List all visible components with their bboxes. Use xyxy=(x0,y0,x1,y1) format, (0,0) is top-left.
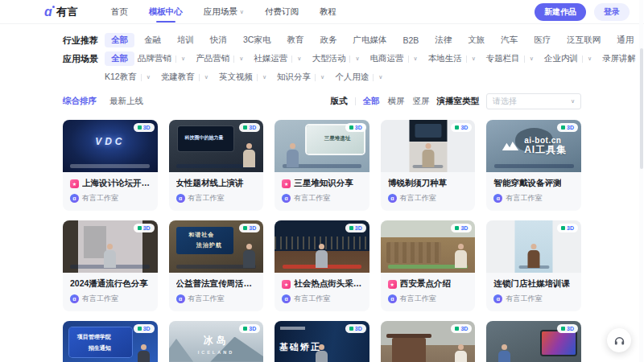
template-card[interactable]: 3D ai-bot.cn AI工具集 智能穿戴设备评测 ɑ 有言工作室 xyxy=(486,120,581,211)
create-work-button[interactable]: 新建作品 xyxy=(535,3,586,21)
filter-option[interactable]: 医疗 xyxy=(527,33,557,47)
card-meta: 公益普法宣传周活动预告 ɑ 有言工作室 xyxy=(169,273,264,311)
filter-dropdown-option[interactable]: 企业内训 ∨ xyxy=(544,53,592,64)
cube-3d-icon xyxy=(349,327,353,331)
filter-dropdown-option[interactable]: 专题栏目 ∨ xyxy=(486,53,534,64)
chevron-down-icon: ∨ xyxy=(472,56,476,62)
divider xyxy=(373,74,374,81)
youyan-logo[interactable]: ɑ 有言 xyxy=(44,5,79,19)
filter-option[interactable]: 全部 xyxy=(105,33,134,47)
template-thumbnail: 3D ai-bot.cn AI工具集 xyxy=(486,120,581,172)
filter-dropdown-option[interactable]: 电商运营 ∨ xyxy=(370,53,418,64)
badge-3d: 3D xyxy=(345,324,366,333)
template-card[interactable]: 3D ★ 西安景点介绍 ɑ 有言工作室 xyxy=(381,220,476,311)
filter-dropdown-option[interactable]: 录屏讲解 ∨ xyxy=(602,53,644,64)
badge-3d-label: 3D xyxy=(249,125,256,130)
filter-option[interactable]: 泛互联网 xyxy=(560,33,607,47)
badge-3d-label: 3D xyxy=(355,125,362,130)
ai-bot-cloud-icon xyxy=(501,140,520,152)
nav-item-label: 应用场景 xyxy=(204,6,237,18)
template-card[interactable]: 3D 2024潘通流行色分享 ɑ 有言工作室 xyxy=(63,220,158,311)
badge-3d: 3D xyxy=(239,224,260,232)
filter-option[interactable]: 3C家电 xyxy=(237,33,277,47)
filter-option[interactable]: 政务 xyxy=(313,33,343,47)
filter-option[interactable]: 文旅 xyxy=(461,33,491,47)
scrollbar-track[interactable] xyxy=(639,0,643,362)
template-thumbnail: VDC 3D xyxy=(63,120,158,172)
filter-dropdown-option[interactable]: 本地生活 ∨ xyxy=(428,53,476,64)
chevron-down-icon: ∨ xyxy=(414,56,418,62)
layout-option[interactable]: 横屏 xyxy=(388,96,405,107)
template-card[interactable]: 3D xyxy=(381,321,476,362)
template-card[interactable]: 三星堆遗址 3D ★ 三星堆知识分享 ɑ 有言工作室 xyxy=(275,120,369,211)
filter-dropdown-option[interactable]: K12教育 ∨ xyxy=(105,72,151,83)
filter-dropdown-option[interactable]: 知识分享 ∨ xyxy=(277,72,324,83)
template-card[interactable]: 3D xyxy=(486,321,581,362)
filter-option[interactable]: 教育 xyxy=(280,33,310,47)
filter-dropdown-option[interactable]: 党建教育 ∨ xyxy=(161,72,208,83)
cube-3d-icon xyxy=(561,327,565,331)
badge-3d-label: 3D xyxy=(355,326,362,331)
template-card[interactable]: 和谐社会 法治护航 3D 公益普法宣传周活动预告 ɑ 有言工作室 xyxy=(169,220,264,311)
sort-option[interactable]: 综合排序 xyxy=(63,96,97,107)
studio-name: 有言工作室 xyxy=(82,193,118,204)
filter-dropdown-option[interactable]: 英文视频 ∨ xyxy=(219,72,266,83)
layout-option[interactable]: 竖屏 xyxy=(413,96,430,107)
filter-dropdown-option[interactable]: 产品营销 ∨ xyxy=(196,53,243,64)
support-fab-button[interactable] xyxy=(607,328,631,352)
nav-item[interactable]: 付费订阅 xyxy=(265,0,299,24)
template-card[interactable]: VDC 3D ★ 上海设计论坛开场主持 ɑ 有言工作室 xyxy=(63,120,158,211)
filter-option[interactable]: 汽车 xyxy=(494,33,524,47)
template-title: 社会热点街头采访连线 xyxy=(294,278,362,290)
filter-option[interactable]: 金融 xyxy=(138,33,167,47)
template-card[interactable]: 3D 连锁门店社媒培训课 ɑ 有言工作室 xyxy=(486,220,581,311)
filter-option[interactable]: 法律 xyxy=(428,33,458,47)
filter-option[interactable]: B2B xyxy=(396,34,425,47)
badge-3d: 3D xyxy=(557,123,578,132)
thumbnail-screen-text: 项目管理学院 xyxy=(77,333,111,341)
nav-item[interactable]: 教程 xyxy=(320,0,336,24)
featured-badge-icon: ★ xyxy=(282,280,291,289)
nav-item[interactable]: 模板中心 xyxy=(149,0,183,24)
sort-option[interactable]: 最新上线 xyxy=(109,96,143,107)
studio-type-select[interactable]: 请选择 ∨ xyxy=(486,93,581,109)
filter-option-label: 录屏讲解 xyxy=(602,53,636,64)
template-card[interactable]: 基础矫正 3D xyxy=(275,321,369,362)
nav-item[interactable]: 应用场景 ∨ xyxy=(204,0,244,24)
filter-option[interactable]: 广电媒体 xyxy=(346,33,393,47)
badge-3d: 3D xyxy=(239,123,260,132)
filter-option[interactable]: 培训 xyxy=(171,33,200,47)
cube-3d-icon xyxy=(138,327,142,331)
filter-dropdown-option[interactable]: 个人用途 ∨ xyxy=(335,72,382,83)
filter-option[interactable]: 全部 xyxy=(105,51,134,66)
template-card[interactable]: 项目管理学院 招生通知 3D xyxy=(63,321,158,362)
cube-3d-icon xyxy=(243,125,247,130)
divider xyxy=(291,56,292,63)
featured-badge-icon: ★ xyxy=(70,179,79,188)
nav-item-label: 教程 xyxy=(320,6,336,18)
presenter-figure xyxy=(286,143,299,167)
presenter-figure xyxy=(104,244,117,268)
filter-option[interactable]: 通用 xyxy=(610,33,640,47)
filter-option-label: 知识分享 xyxy=(277,72,311,83)
scrollbar-thumb[interactable] xyxy=(640,48,643,169)
chevron-down-icon: ∨ xyxy=(181,56,185,62)
filter-option[interactable]: 快消 xyxy=(204,33,233,47)
login-button[interactable]: 登录 xyxy=(594,3,630,21)
template-card[interactable]: 3D ★ 社会热点街头采访连线 ɑ 有言工作室 xyxy=(275,220,369,311)
filter-dropdown-option[interactable]: 社媒运营 ∨ xyxy=(254,53,301,64)
template-card[interactable]: 科技圈中的她力量 3D 女性题材线上演讲 ɑ 有言工作室 xyxy=(169,120,264,211)
chevron-down-icon: ∨ xyxy=(204,74,208,80)
scenario-options-row2: K12教育 ∨ 党建教育 ∨ 英文视频 ∨ 知识分享 ∨ 个人用途 ∨ xyxy=(105,72,393,83)
chevron-down-icon: ∨ xyxy=(355,56,359,62)
thumbnail-screen-text: 科技圈中的她力量 xyxy=(185,134,224,142)
filter-dropdown-option[interactable]: 大型活动 ∨ xyxy=(312,53,359,64)
template-card[interactable]: 冰岛 ICELAND 3D xyxy=(169,321,264,362)
badge-3d-label: 3D xyxy=(567,326,574,331)
nav-item[interactable]: 首页 xyxy=(111,0,128,24)
template-card[interactable]: 3D 博锐剃须刀种草 ɑ 有言工作室 xyxy=(381,120,476,211)
filter-dropdown-option[interactable]: 品牌营销 ∨ xyxy=(138,53,185,64)
chevron-down-icon: ∨ xyxy=(262,74,266,80)
cube-3d-icon xyxy=(138,125,142,130)
layout-option[interactable]: 全部 xyxy=(363,96,380,107)
